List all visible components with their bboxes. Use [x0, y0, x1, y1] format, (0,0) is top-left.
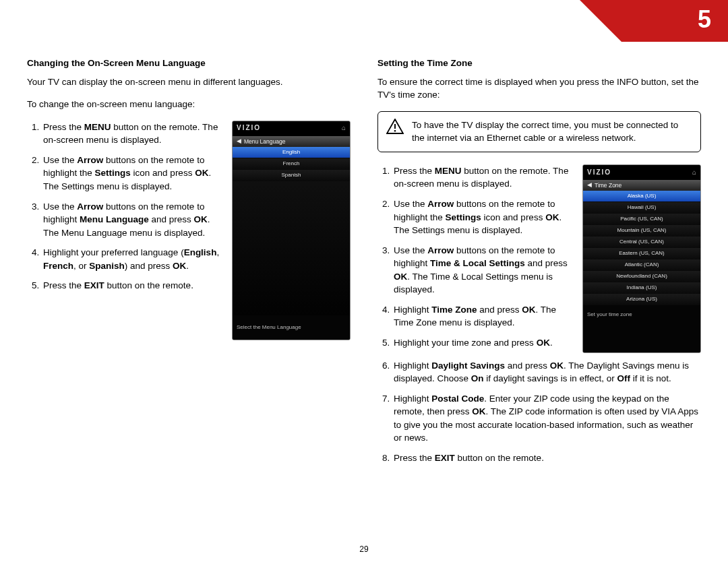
left-column: Changing the On-Screen Menu Language You…	[27, 57, 351, 474]
list-item: Highlight your time zone and press OK.	[392, 336, 570, 350]
tv-brand: VIZIO	[237, 123, 261, 133]
right-intro: To ensure the correct time is displayed …	[377, 75, 701, 102]
tv-menu-item: Arizona (US)	[583, 294, 700, 305]
home-icon: ⌂	[342, 123, 346, 133]
tv-footer-text: Select the Menu Language	[233, 315, 350, 340]
list-item: Use the Arrow buttons on the remote to h…	[42, 200, 220, 240]
home-icon: ⌂	[692, 168, 696, 178]
tv-footer-text: Set your time zone	[583, 305, 700, 352]
list-item: Press the EXIT button on the remote.	[392, 451, 701, 465]
tv-header-title: Time Zone	[595, 181, 621, 189]
back-arrow-icon: ◀	[237, 137, 241, 146]
svg-point-3	[394, 130, 396, 132]
right-steps-1: Press the MENU button on the remote. The…	[377, 164, 570, 350]
warning-box: To have the TV display the correct time,…	[377, 111, 701, 152]
right-steps-2: Highlight Daylight Savings and press OK.…	[377, 359, 701, 465]
list-item: Highlight your preferred language (Engli…	[42, 246, 220, 272]
tv-menu-item: Indiana (US)	[583, 282, 700, 294]
tv-menu-item: Alaska (US)	[583, 191, 700, 202]
list-item: Press the MENU button on the remote. The…	[42, 121, 220, 147]
left-heading: Changing the On-Screen Menu Language	[27, 57, 351, 70]
list-item: Use the Arrow buttons on the remote to h…	[42, 154, 220, 193]
back-arrow-icon: ◀	[587, 181, 592, 189]
right-heading: Setting the Time Zone	[377, 57, 701, 70]
tv-menu-item: Pacific (US, CAN)	[583, 214, 700, 225]
page-number: 29	[0, 544, 728, 554]
right-column: Setting the Time Zone To ensure the corr…	[377, 57, 701, 474]
tv-menu-item: Newfoundland (CAN)	[583, 271, 700, 282]
tv-header-title: Menu Language	[244, 137, 285, 146]
warning-text: To have the TV display the correct time,…	[412, 119, 692, 145]
tv-menu-item: Mountain (US, CAN)	[583, 225, 700, 237]
tv-menu-item: Spanish	[233, 170, 350, 181]
chapter-number: 5	[698, 5, 711, 34]
list-item: Press the EXIT button on the remote.	[42, 279, 220, 292]
warning-icon	[386, 119, 404, 135]
list-item: Use the Arrow buttons on the remote to h…	[392, 197, 570, 237]
tv-menu-item: Eastern (US, CAN)	[583, 248, 700, 259]
tv-screenshot-time-zone: VIZIO ⌂ ◀ Time Zone Alaska (US) Hawaii (…	[582, 164, 701, 353]
list-item: Use the Arrow buttons on the remote to h…	[392, 244, 570, 296]
left-intro-2: To change the on-screen menu language:	[27, 98, 351, 111]
chapter-tab: 5	[580, 0, 728, 42]
list-item: Highlight Postal Code. Enter your ZIP co…	[392, 392, 701, 445]
left-intro-1: Your TV can display the on-screen menu i…	[27, 75, 351, 89]
tv-menu-item: French	[233, 158, 350, 170]
list-item: Highlight Time Zone and press OK. The Ti…	[392, 303, 570, 330]
tv-menu-item: Atlantic (CAN)	[583, 259, 700, 271]
list-item: Highlight Daylight Savings and press OK.…	[392, 359, 701, 385]
tv-menu-item: Central (US, CAN)	[583, 237, 700, 248]
tv-menu-item: English	[233, 147, 350, 158]
tv-screenshot-menu-language: VIZIO ⌂ ◀ Menu Language English French S…	[232, 121, 351, 340]
tv-menu-item: Hawaii (US)	[583, 202, 700, 214]
list-item: Press the MENU button on the remote. The…	[392, 164, 570, 191]
tv-brand: VIZIO	[587, 168, 611, 178]
left-steps: Press the MENU button on the remote. The…	[27, 121, 220, 292]
